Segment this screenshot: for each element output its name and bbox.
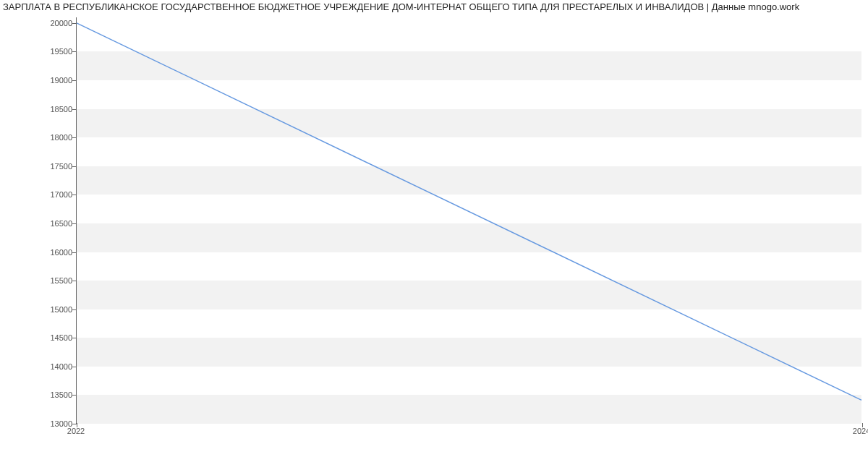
y-tick [72,338,77,338]
y-tick-label: 18500 [29,105,72,114]
y-tick-label: 16000 [29,248,72,257]
y-tick-label: 20000 [29,19,72,27]
y-tick [72,252,77,253]
y-tick-label: 18000 [29,133,72,142]
y-tick [72,281,77,281]
y-tick [72,137,77,138]
y-tick [72,51,77,52]
y-tick-label: 13500 [29,390,72,399]
line-series [77,17,861,423]
y-tick [72,23,77,24]
y-tick [72,166,77,167]
y-tick-label: 16500 [29,219,72,228]
chart-container: ЗАРПЛАТА В РЕСПУБЛИКАНСКОЕ ГОСУДАРСТВЕНН… [0,0,868,470]
y-tick-label: 19500 [29,47,72,56]
y-tick-label: 14500 [29,333,72,342]
y-tick-label: 13000 [29,419,72,428]
y-tick [72,80,77,81]
y-tick-label: 15000 [29,305,72,314]
y-tick-label: 19000 [29,76,72,85]
y-tick [72,367,77,367]
x-tick-label: 2024 [853,427,868,435]
y-tick [72,309,77,310]
y-tick [72,223,77,224]
y-tick-label: 17000 [29,190,72,199]
series-line [77,23,861,400]
y-tick-label: 14000 [29,362,72,371]
plot-area [76,17,861,424]
y-tick-label: 17500 [29,162,72,171]
chart-title: ЗАРПЛАТА В РЕСПУБЛИКАНСКОЕ ГОСУДАРСТВЕНН… [0,1,868,12]
y-tick-label: 15500 [29,276,72,285]
y-tick [72,395,77,396]
y-tick [72,195,77,195]
x-tick-label: 2022 [67,427,85,435]
y-tick [72,109,77,110]
